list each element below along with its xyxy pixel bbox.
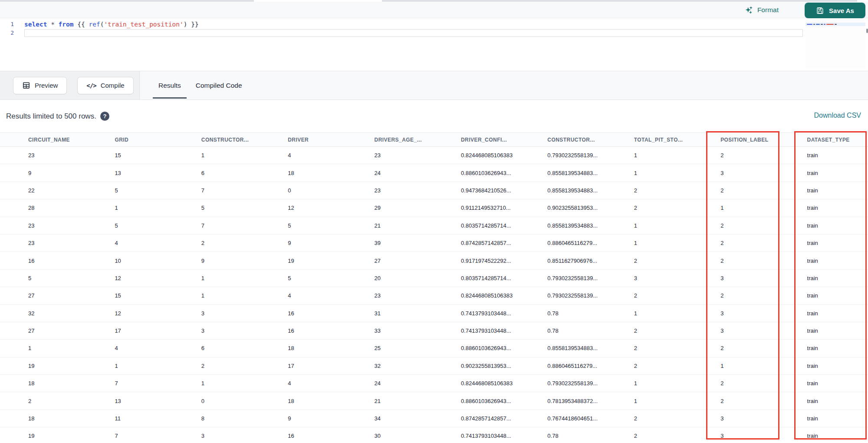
table-cell: train xyxy=(807,327,868,334)
table-cell: 6 xyxy=(201,170,288,176)
column-header-dataset-type[interactable]: DATASET_TYPE xyxy=(807,137,868,143)
table-row: 22570230.9473684210526...0.8558139534883… xyxy=(0,182,868,199)
table-cell: 28 xyxy=(28,205,115,211)
table-cell: 39 xyxy=(375,240,461,246)
table-cell: 0.9112149532710... xyxy=(461,205,547,211)
column-header-driver-confi[interactable]: DRIVER_CONFI... xyxy=(461,137,547,143)
column-header-position-label[interactable]: POSITION_LABEL xyxy=(720,137,807,143)
table-cell: 10 xyxy=(115,258,201,264)
table-cell: 0.8558139534883... xyxy=(547,187,634,194)
table-cell: 4 xyxy=(115,345,201,351)
table-cell: 0.8558139534883... xyxy=(547,345,634,351)
table-cell: 3 xyxy=(720,310,807,317)
preview-button[interactable]: Preview xyxy=(13,77,67,94)
table-cell: 4 xyxy=(288,380,374,387)
table-cell: train xyxy=(807,187,868,194)
table-cell: 1 xyxy=(634,310,720,317)
table-cell: 0.7930232558139... xyxy=(547,152,634,159)
table-cell: 0.8860465116279... xyxy=(547,240,634,246)
table-cell: 0.9023255813953... xyxy=(547,205,634,211)
table-cell: 3 xyxy=(720,275,807,281)
format-button[interactable]: Format xyxy=(744,6,779,15)
table-cell: 2 xyxy=(634,327,720,334)
table-cell: 2 xyxy=(634,415,720,422)
table-cell: 0.7413793103448... xyxy=(461,327,547,334)
column-header-driver[interactable]: DRIVER xyxy=(288,137,374,143)
table-cell: 2 xyxy=(720,222,807,229)
save-icon xyxy=(816,7,824,15)
save-as-button[interactable]: Save As xyxy=(805,3,865,18)
column-header-drivers-age[interactable]: DRIVERS_AGE_... xyxy=(375,137,461,143)
table-cell: 18 xyxy=(288,345,374,351)
table-cell: 18 xyxy=(28,415,115,422)
table-cell: 3 xyxy=(201,327,288,334)
table-cell: 31 xyxy=(375,310,461,317)
table-cell: train xyxy=(807,240,868,246)
table-cell: 1 xyxy=(720,363,807,369)
table-cell: 12 xyxy=(115,275,201,281)
code-icon: </> xyxy=(86,82,96,89)
table-cell: 23 xyxy=(375,187,461,194)
table-cell: 33 xyxy=(375,327,461,334)
compile-label: Compile xyxy=(101,82,125,89)
code-region[interactable]: select * from {{ ref('train_test_positio… xyxy=(24,20,803,38)
table-row: 23429390.8742857142857...0.8860465116279… xyxy=(0,235,868,252)
column-header-circuit-name[interactable]: CIRCUIT_NAME xyxy=(28,137,115,143)
row-limit-text: Results limited to 500 rows. xyxy=(6,112,96,121)
table-cell: 2 xyxy=(720,240,807,246)
table-cell: train xyxy=(807,310,868,317)
download-csv-link[interactable]: Download CSV xyxy=(814,112,861,119)
minimap-token xyxy=(824,24,825,25)
table-cell: 1 xyxy=(720,205,807,211)
table-cell: 0.9171974522292... xyxy=(461,258,547,264)
table-cell: 2 xyxy=(634,292,720,299)
table-cell: 1 xyxy=(634,222,720,229)
help-icon[interactable]: ? xyxy=(100,112,109,121)
table-row: 213018210.8860103626943...0.781395348837… xyxy=(0,392,868,410)
table-header-row: CIRCUIT_NAMEGRIDCONSTRUCTOR...DRIVERDRIV… xyxy=(0,132,868,147)
table-cell: 3 xyxy=(201,310,288,317)
column-header-total-pit-sto[interactable]: TOTAL_PIT_STO... xyxy=(634,137,720,143)
table-cell: 32 xyxy=(375,363,461,369)
table-cell: 16 xyxy=(28,258,115,264)
table-cell: 0.7413793103448... xyxy=(461,310,547,317)
table-cell: 4 xyxy=(288,152,374,159)
scrollbar-thumb[interactable] xyxy=(866,29,868,33)
column-header-constructor[interactable]: CONSTRUCTOR... xyxy=(201,137,288,143)
header-actions: Format Save As xyxy=(744,2,865,18)
tab-results[interactable]: Results xyxy=(151,71,188,99)
table-cell: 23 xyxy=(28,152,115,159)
editor-scrollbar[interactable] xyxy=(866,18,868,71)
table-cell: 1 xyxy=(634,380,720,387)
tab-results-label: Results xyxy=(158,82,181,89)
table-cell: 0.824468085106383 xyxy=(461,292,547,299)
code-editor[interactable]: 1 2 select * from {{ ref('train_test_pos… xyxy=(0,18,868,71)
table-row: 271514230.8244680851063830.7930232558139… xyxy=(0,287,868,304)
table-cell: 0.7413793103448... xyxy=(461,433,547,439)
table-cell: 0.8558139534883... xyxy=(547,222,634,229)
table-cell: 5 xyxy=(288,275,374,281)
table-cell: 19 xyxy=(28,433,115,439)
table-cell: 7 xyxy=(201,222,288,229)
compile-button[interactable]: </> Compile xyxy=(77,77,133,94)
table-cell: 24 xyxy=(375,170,461,176)
table-cell: 0.8860103626943... xyxy=(461,398,547,404)
editor-minimap[interactable] xyxy=(806,20,865,69)
current-line-box xyxy=(24,29,803,37)
code-token xyxy=(55,21,59,28)
tab-compiled-code[interactable]: Compiled Code xyxy=(188,71,250,99)
table-cell: 2 xyxy=(720,292,807,299)
table-cell: 0.8860103626943... xyxy=(461,345,547,351)
table-cell: 0.7813953488372... xyxy=(547,398,634,404)
table-cell: train xyxy=(807,433,868,439)
table-cell: 0.9023255813953... xyxy=(461,363,547,369)
table-cell: 25 xyxy=(375,345,461,351)
table-cell: 18 xyxy=(288,170,374,176)
column-header-grid[interactable]: GRID xyxy=(115,137,201,143)
table-cell: 19 xyxy=(28,363,115,369)
table-cell: train xyxy=(807,152,868,159)
table-cell: 0 xyxy=(288,187,374,194)
table-row: 14618250.8860103626943...0.8558139534883… xyxy=(0,340,868,357)
table-cell: train xyxy=(807,222,868,229)
column-header-constructor[interactable]: CONSTRUCTOR... xyxy=(547,137,634,143)
